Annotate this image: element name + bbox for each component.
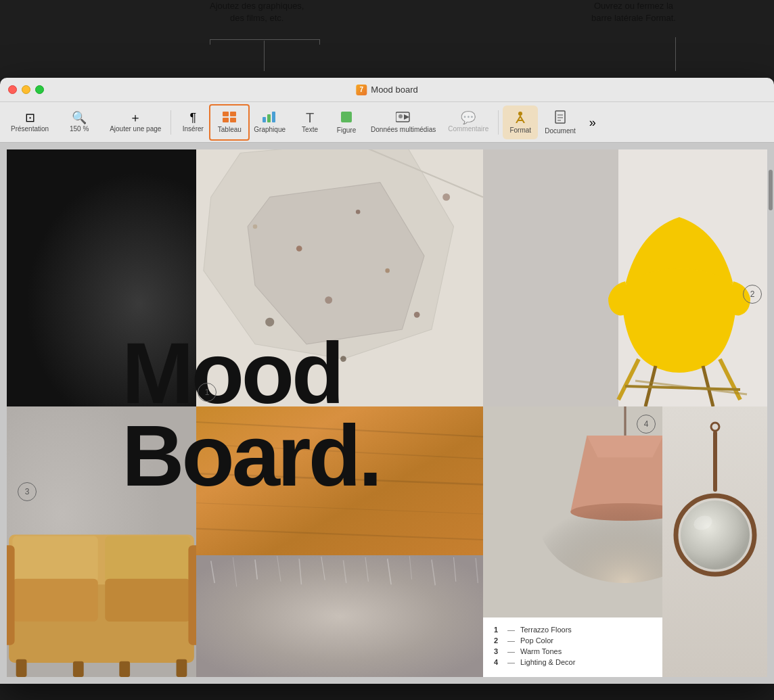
format-label: Format bbox=[509, 126, 531, 134]
svg-rect-47 bbox=[105, 536, 190, 582]
texte-icon: T bbox=[306, 111, 314, 124]
wood-fur-image bbox=[196, 406, 483, 677]
expand-toolbar-button[interactable]: » bbox=[583, 106, 603, 139]
svg-rect-49 bbox=[105, 579, 190, 622]
lamp-mirror-area: 4 1 — Terrazzo Floors 2 — Pop Color bbox=[483, 406, 767, 677]
tooltip-line-right bbox=[675, 37, 676, 71]
yellow-chair-image bbox=[483, 149, 767, 406]
tooltip-left: Ajoutez des graphiques, des films, etc. bbox=[210, 0, 304, 24]
svg-rect-34 bbox=[483, 149, 618, 406]
svg-rect-2 bbox=[223, 118, 229, 122]
add-page-label: Ajouter une page bbox=[110, 125, 161, 133]
zoom-label: 150 % bbox=[70, 125, 89, 133]
svg-rect-48 bbox=[12, 579, 97, 622]
format-icon bbox=[514, 111, 527, 125]
document-button[interactable]: Document bbox=[539, 106, 581, 139]
figure-button[interactable]: Figure bbox=[329, 106, 364, 139]
svg-rect-4 bbox=[263, 117, 266, 122]
insert-icon: ¶ bbox=[189, 112, 196, 124]
tooltip-area: Ajoutez des graphiques, des films, etc. … bbox=[0, 0, 774, 78]
svg-point-19 bbox=[72, 268, 83, 302]
svg-rect-17 bbox=[7, 149, 196, 406]
document-icon bbox=[555, 110, 566, 126]
svg-rect-18 bbox=[7, 149, 196, 406]
svg-point-24 bbox=[356, 210, 361, 214]
svg-point-9 bbox=[399, 114, 403, 118]
mirror-area bbox=[662, 406, 767, 677]
graphique-label: Graphique bbox=[254, 126, 286, 133]
app-icon: 7 bbox=[356, 85, 367, 95]
commentaire-button[interactable]: 💬 Commentaire bbox=[442, 106, 494, 139]
svg-rect-0 bbox=[223, 112, 229, 116]
zoom-button[interactable]: 🔍 150 % bbox=[55, 106, 103, 139]
svg-point-31 bbox=[340, 356, 346, 362]
canvas-area[interactable]: 3 bbox=[0, 143, 774, 684]
svg-rect-52 bbox=[16, 659, 27, 677]
tableau-button[interactable]: Tableau bbox=[212, 106, 247, 139]
add-page-button[interactable]: ＋ Ajouter une page bbox=[104, 106, 166, 139]
svg-point-23 bbox=[296, 246, 302, 252]
zoom-icon: 🔍 bbox=[72, 112, 87, 124]
close-button[interactable] bbox=[8, 85, 17, 94]
scrollbar[interactable] bbox=[769, 170, 773, 210]
svg-point-30 bbox=[442, 193, 450, 201]
commentaire-icon: 💬 bbox=[461, 112, 476, 124]
multimedia-button[interactable]: Données multimédias bbox=[365, 106, 441, 139]
tableau-label: Tableau bbox=[218, 126, 242, 133]
page-badge-2: 2 bbox=[743, 285, 762, 304]
figure-icon bbox=[340, 111, 352, 125]
insert-label: Insérer bbox=[183, 125, 204, 133]
tooltip-line-left bbox=[264, 41, 265, 71]
tooltip-right: Ouvrez ou fermez la barre latérale Forma… bbox=[591, 0, 676, 24]
texte-label: Texte bbox=[302, 126, 318, 133]
window-title: 7 Mood board bbox=[356, 85, 417, 95]
svg-rect-54 bbox=[73, 661, 84, 677]
svg-rect-51 bbox=[188, 545, 196, 645]
expand-icon: » bbox=[589, 116, 596, 129]
svg-rect-62 bbox=[196, 555, 483, 677]
page-badge-4: 4 bbox=[637, 415, 656, 434]
svg-rect-55 bbox=[119, 661, 130, 677]
svg-point-27 bbox=[265, 318, 274, 327]
toolbar-divider-1 bbox=[170, 110, 171, 135]
texte-button[interactable]: T Texte bbox=[292, 106, 327, 139]
add-icon: ＋ bbox=[129, 112, 141, 124]
svg-point-82 bbox=[711, 423, 719, 431]
svg-rect-6 bbox=[272, 112, 275, 122]
page-badge-3: 3 bbox=[18, 482, 37, 501]
presentation-button[interactable]: ⊡ Présentation bbox=[5, 106, 54, 139]
commentaire-label: Commentaire bbox=[448, 125, 488, 133]
titlebar: 7 Mood board bbox=[0, 78, 774, 102]
svg-marker-10 bbox=[404, 114, 409, 120]
traffic-lights bbox=[8, 85, 44, 94]
svg-rect-13 bbox=[555, 111, 565, 123]
svg-rect-46 bbox=[12, 536, 97, 582]
svg-rect-7 bbox=[341, 112, 352, 122]
svg-point-25 bbox=[325, 296, 332, 304]
figure-label: Figure bbox=[337, 126, 356, 134]
svg-point-26 bbox=[385, 269, 390, 273]
toolbar: ⊡ Présentation 🔍 150 % ＋ Ajouter une pag… bbox=[0, 102, 774, 143]
tableau-icon bbox=[223, 112, 236, 124]
graphique-icon bbox=[263, 112, 277, 124]
svg-rect-53 bbox=[177, 659, 187, 677]
toolbar-divider-2 bbox=[498, 110, 499, 135]
page-badge-1: 1 bbox=[198, 383, 217, 402]
minimize-button[interactable] bbox=[22, 85, 30, 94]
document-label: Document bbox=[545, 127, 576, 135]
multimedia-label: Données multimédias bbox=[371, 126, 436, 133]
maximize-button[interactable] bbox=[35, 85, 44, 94]
multimedia-icon bbox=[396, 112, 411, 124]
presentation-icon: ⊡ bbox=[25, 112, 35, 124]
svg-point-86 bbox=[681, 500, 750, 569]
presentation-label: Présentation bbox=[11, 125, 49, 133]
graphique-button[interactable]: Graphique bbox=[248, 106, 291, 139]
svg-rect-5 bbox=[267, 114, 271, 122]
svg-point-28 bbox=[414, 312, 420, 318]
insert-button[interactable]: ¶ Insérer bbox=[175, 106, 210, 139]
tooltip-bracket bbox=[210, 39, 320, 45]
svg-rect-1 bbox=[230, 112, 236, 116]
svg-rect-50 bbox=[7, 545, 15, 645]
format-button[interactable]: Format bbox=[503, 106, 538, 139]
svg-rect-3 bbox=[230, 118, 236, 122]
